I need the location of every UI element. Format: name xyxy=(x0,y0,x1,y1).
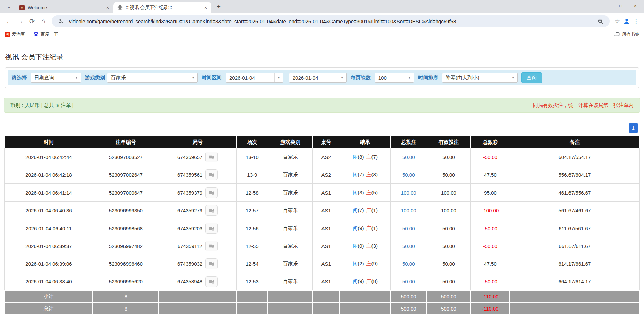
page-1-button[interactable]: 1 xyxy=(629,123,638,133)
query-type-select[interactable]: 日期查询 ▼ xyxy=(31,73,81,83)
home-icon[interactable]: ⌂ xyxy=(38,15,49,27)
cell-session: 12-54 xyxy=(236,255,268,273)
back-icon[interactable]: ← xyxy=(3,15,15,27)
chevron-down-icon[interactable]: ▼ xyxy=(274,73,283,82)
maximize-button[interactable]: □ xyxy=(613,1,628,11)
search-button[interactable]: 查询 xyxy=(521,72,542,83)
footer-count: 8 xyxy=(93,291,159,303)
chevron-down-icon[interactable]: ▼ xyxy=(189,73,197,82)
address-bar[interactable]: videoie.com/game/betrecord_search/kind3?… xyxy=(52,15,610,27)
footer-total-bet: 500.00 xyxy=(391,291,427,303)
cell-result: 闲(2)庄(9) xyxy=(340,255,390,273)
profile-avatar-icon[interactable] xyxy=(622,16,631,26)
total-bet-link[interactable]: 100.00 xyxy=(401,208,416,213)
cell-table: AS1 xyxy=(312,237,340,255)
column-header-4: 游戏类别 xyxy=(268,136,312,148)
video-replay-button[interactable] xyxy=(205,241,218,251)
tab-close-icon[interactable]: × xyxy=(105,5,111,11)
total-bet-link[interactable]: 50.00 xyxy=(402,261,415,267)
column-header-10: 备注 xyxy=(510,136,639,148)
cell-time: 2026-01-04 06:39:06 xyxy=(5,255,93,273)
bookmark-baidu[interactable]: 百度一下 xyxy=(33,31,58,38)
banker-result: 庄 xyxy=(366,190,371,195)
tab-betrecord[interactable]: :::视讯 会员下注纪录::: × xyxy=(113,2,211,13)
video-replay-button[interactable] xyxy=(205,223,218,234)
footer-label: 小计 xyxy=(5,291,93,303)
cell-note: 664.17/614.17 xyxy=(510,273,639,291)
cell-valid-bet: 50.00 xyxy=(427,237,471,255)
tab-search-chevron-icon[interactable]: ⌄ xyxy=(5,2,13,11)
chevron-down-icon[interactable]: ▼ xyxy=(338,73,346,82)
bookmark-label: 百度一下 xyxy=(41,31,58,37)
video-replay-button[interactable] xyxy=(205,276,218,287)
tab-welcome[interactable]: ♠ Welcome × xyxy=(15,2,113,13)
total-bet-link[interactable]: 50.00 xyxy=(402,172,415,178)
video-replay-button[interactable] xyxy=(205,258,218,269)
video-replay-button[interactable] xyxy=(205,152,218,162)
player-result: 闲 xyxy=(353,278,358,284)
cell-result: 闲(3)庄(5) xyxy=(340,184,390,202)
filter-bar: 请选择: 日期查询 ▼ 游戏类别 百家乐 ▼ 时间区间: 2026-01-04 … xyxy=(8,70,636,85)
close-window-button[interactable]: × xyxy=(628,1,643,11)
cell-total-bet: 50.00 xyxy=(391,273,427,291)
minimize-button[interactable]: – xyxy=(598,1,613,11)
banker-result: 庄 xyxy=(366,154,371,160)
total-bet-link[interactable]: 50.00 xyxy=(402,279,415,284)
cell-table: AS2 xyxy=(312,166,340,184)
chevron-down-icon[interactable]: ▼ xyxy=(72,73,81,82)
all-bookmarks-label: 所有书签 xyxy=(622,31,639,37)
baidu-paw-icon xyxy=(33,31,39,38)
cell-payout: -50.00 xyxy=(470,219,510,237)
cell-note: 604.17/554.17 xyxy=(510,148,639,166)
video-replay-button[interactable] xyxy=(205,169,218,180)
cell-game: 百家乐 xyxy=(268,166,312,184)
cell-valid-bet: 50.00 xyxy=(427,255,471,273)
cell-game: 百家乐 xyxy=(268,237,312,255)
cell-bet-id: 523097003527 xyxy=(93,148,159,166)
summary-bar: 币别 : 人民币 | 总共 :8 注单 | 同局有效投注，统一计算在该局第一张注… xyxy=(4,98,640,113)
reload-icon[interactable]: ⟳ xyxy=(26,15,38,27)
date-range-label: 时间区间: xyxy=(202,75,224,81)
bookmark-taobao[interactable]: 淘 爱淘宝 xyxy=(5,31,25,37)
url-text[interactable]: videoie.com/game/betrecord_search/kind3?… xyxy=(69,18,592,24)
tab-title: Welcome xyxy=(28,5,102,10)
site-settings-icon[interactable] xyxy=(56,16,66,26)
page-size-label: 每页笔数: xyxy=(351,75,373,81)
sort-select[interactable]: 降幂(由大到小) ▼ xyxy=(442,73,518,83)
total-bet-link[interactable]: 100.00 xyxy=(401,190,416,196)
bookmark-star-icon[interactable]: ☆ xyxy=(612,16,622,26)
zoom-icon[interactable] xyxy=(596,16,605,26)
column-header-1: 注单编号 xyxy=(93,136,159,148)
menu-dots-icon[interactable]: ⋮ xyxy=(631,16,641,26)
footer-payout: -110.00 xyxy=(470,291,510,303)
new-tab-button[interactable]: + xyxy=(214,2,224,11)
chevron-down-icon[interactable]: ▼ xyxy=(405,73,414,82)
forward-icon[interactable]: → xyxy=(15,15,26,27)
total-bet-link[interactable]: 50.00 xyxy=(402,154,415,160)
cell-result: 闲(7)庄(1) xyxy=(340,202,390,219)
banker-result: 庄 xyxy=(366,261,371,266)
date-start-select[interactable]: 2026-01-04 ▼ xyxy=(226,73,283,83)
cell-note: 611.67/561.67 xyxy=(510,219,639,237)
video-replay-button[interactable] xyxy=(205,205,218,216)
total-bet-link[interactable]: 50.00 xyxy=(402,243,415,249)
table-row: 2026-01-04 06:42:44 523097003527 6743596… xyxy=(5,148,640,166)
video-replay-button[interactable] xyxy=(205,187,218,198)
cell-table: AS1 xyxy=(312,219,340,237)
game-kind-label: 游戏类别 xyxy=(85,75,105,81)
date-end-select[interactable]: 2026-01-04 ▼ xyxy=(289,73,347,83)
player-result: 闲 xyxy=(353,154,358,160)
page-size-select[interactable]: 100 ▼ xyxy=(375,73,414,83)
table-row: 2026-01-04 06:41:14 523097000647 6743593… xyxy=(5,184,640,202)
footer-valid-bet: 500.00 xyxy=(427,303,471,315)
game-kind-select[interactable]: 百家乐 ▼ xyxy=(107,73,198,83)
chevron-down-icon[interactable]: ▼ xyxy=(509,73,517,82)
cell-payout: 47.50 xyxy=(470,255,510,273)
tab-close-icon[interactable]: × xyxy=(203,5,209,11)
cell-bet-id: 523096997482 xyxy=(93,237,159,255)
banker-result: 庄 xyxy=(366,207,371,213)
all-bookmarks-button[interactable]: 所有书签 xyxy=(608,31,639,38)
cell-valid-bet: 50.00 xyxy=(427,166,471,184)
total-bet-link[interactable]: 50.00 xyxy=(402,226,415,231)
page-title: 视讯 会员下注纪录 xyxy=(5,52,639,62)
